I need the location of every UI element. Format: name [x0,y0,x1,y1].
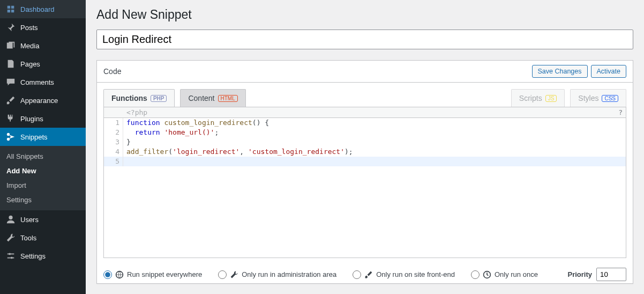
run-radio[interactable] [353,270,361,279]
run-option-2[interactable]: Only run on site front-end [353,270,455,279]
run-radio[interactable] [471,270,480,279]
code-editor[interactable]: <?php ? 1function custom_login_redirect(… [103,107,626,258]
submenu-item-settings[interactable]: Settings [0,193,86,207]
sidebar-item-posts[interactable]: Posts [0,18,86,36]
html-badge: HTML [218,95,238,102]
dashboard-icon [5,4,16,14]
code-line[interactable]: 3} [104,137,626,147]
wrench-icon [230,270,238,279]
sidebar-submenu: All SnippetsAdd NewImportSettings [0,146,86,210]
sidebar-item-users[interactable]: Users [0,210,86,229]
svg-point-2 [9,216,12,219]
sidebar-item-dashboard[interactable]: Dashboard [0,0,86,18]
plug-icon [5,113,16,124]
sidebar-item-label: Pages [20,60,40,68]
run-radio[interactable] [103,270,112,279]
run-option-0[interactable]: Run snippet everywhere [103,270,202,279]
sidebar-item-settings[interactable]: Settings [0,247,86,265]
sidebar-item-plugins[interactable]: Plugins [0,109,86,128]
sidebar-item-media[interactable]: Media [0,36,86,55]
sliders-icon [5,251,16,261]
code-content[interactable]: return 'home_url()'; [123,128,626,137]
sidebar-item-label: Snippets [20,133,48,141]
svg-point-1 [7,138,10,141]
globe-icon [115,270,124,279]
line-number: 4 [104,147,123,157]
tab-content-label: Content [188,94,214,102]
postbox-header: Code Save Changes Activate [97,61,633,83]
code-content[interactable] [123,157,626,166]
tab-functions[interactable]: Functions PHP [103,89,175,107]
svg-point-4 [11,257,13,259]
sidebar-item-pages[interactable]: Pages [0,55,86,73]
page-title: Add New Snippet [96,8,633,22]
sidebar-item-snippets[interactable]: Snippets [0,128,86,146]
line-number: 3 [104,137,123,147]
run-option-label: Only run on site front-end [376,270,455,278]
sidebar-item-label: Users [20,216,39,224]
code-content[interactable]: add_filter('login_redirect', 'custom_log… [123,147,626,157]
code-postbox: Code Save Changes Activate Functions PHP… [96,60,633,284]
sidebar-item-label: Appearance [20,97,58,105]
wrench-icon [5,232,16,243]
pages-icon [5,58,16,69]
tab-styles-label: Styles [578,94,598,102]
pin-icon [5,22,16,33]
run-radio[interactable] [218,270,227,279]
tab-content[interactable]: Content HTML [180,89,245,107]
code-heading: Code [103,67,121,76]
priority-input[interactable] [596,268,626,281]
sidebar-item-label: Posts [20,24,38,32]
run-option-label: Run snippet everywhere [127,270,202,278]
code-line[interactable]: 1function custom_login_redirect() { [104,118,626,128]
sidebar-item-appearance[interactable]: Appearance [0,91,86,109]
media-icon [5,40,16,51]
clock-icon [483,270,491,279]
code-tabs: Functions PHP Content HTML Scripts JS St… [97,83,633,107]
sidebar-item-label: Media [20,42,39,50]
line-number: 2 [104,128,123,137]
paint-icon [364,270,373,279]
css-badge: CSS [602,95,618,102]
brush-icon [5,95,16,106]
code-line[interactable]: 4add_filter('login_redirect', 'custom_lo… [104,147,626,157]
tab-scripts-label: Scripts [519,94,542,102]
run-option-label: Only run once [495,270,538,278]
tab-scripts: Scripts JS [511,89,565,107]
js-badge: JS [545,95,557,102]
help-icon[interactable]: ? [615,107,626,117]
sidebar-item-label: Plugins [20,115,43,123]
tab-functions-label: Functions [111,94,147,102]
priority-label: Priority [567,270,592,278]
priority-field: Priority [567,268,626,281]
save-changes-button[interactable]: Save Changes [532,65,588,78]
comments-icon [5,77,16,87]
main-content: Add New Snippet Code Save Changes Activa… [86,0,644,294]
svg-point-0 [7,133,10,136]
php-badge: PHP [151,95,167,102]
submenu-item-add-new[interactable]: Add New [0,164,86,178]
scissors-icon [5,131,16,142]
run-option-3[interactable]: Only run once [471,270,538,279]
snippet-title-input[interactable] [96,30,633,49]
line-number: 1 [104,118,123,128]
admin-sidebar: DashboardPostsMediaPagesCommentsAppearan… [0,0,86,294]
user-icon [5,214,16,225]
sidebar-item-comments[interactable]: Comments [0,73,86,91]
activate-button[interactable]: Activate [591,65,626,78]
postbox-buttons: Save Changes Activate [532,65,626,78]
editor-empty-area[interactable] [104,166,626,258]
sidebar-item-label: Comments [20,78,54,86]
code-line[interactable]: 5 [104,157,626,166]
submenu-item-all-snippets[interactable]: All Snippets [0,149,86,164]
code-content[interactable]: function custom_login_redirect() { [123,118,626,128]
php-open-tag: <?php [104,107,151,117]
run-option-label: Only run in administration area [242,270,336,278]
sidebar-item-label: Dashboard [20,5,55,13]
run-option-1[interactable]: Only run in administration area [218,270,336,279]
submenu-item-import[interactable]: Import [0,178,86,193]
code-line[interactable]: 2 return 'home_url()'; [104,128,626,137]
sidebar-item-label: Settings [20,252,46,260]
code-content[interactable]: } [123,137,626,147]
sidebar-item-tools[interactable]: Tools [0,229,86,247]
